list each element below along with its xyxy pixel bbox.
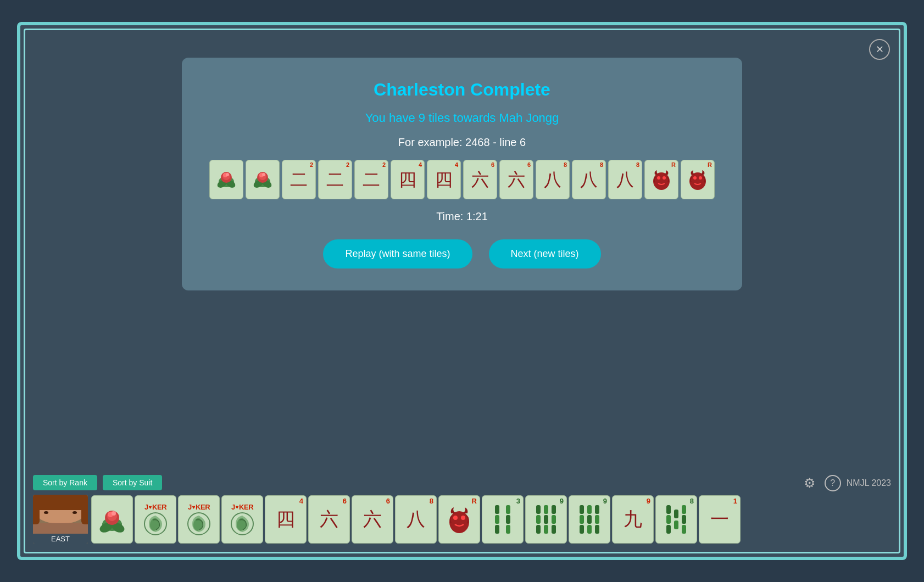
svg-rect-50 [595,505,599,514]
sort-by-suit-button[interactable]: Sort by Suit [103,475,162,490]
player-avatar: EAST [33,495,88,544]
svg-point-18 [693,176,697,180]
hand-tile-rose[interactable] [91,495,133,544]
hand-tile-bamboo-8[interactable]: 8 [655,495,697,544]
bottom-section: Sort by Rank Sort by Suit ⚙ ? NMJL 2023 [33,475,891,544]
svg-rect-35 [495,525,499,534]
svg-rect-54 [580,525,584,534]
subtitle-prefix: You have [365,111,419,125]
modal-subtitle: You have 9 tiles towards Mah Jongg [365,111,559,125]
svg-point-17 [689,172,706,190]
svg-rect-60 [682,515,686,524]
dragon-icon-2 [687,167,709,192]
sort-by-rank-button[interactable]: Sort by Rank [33,475,97,490]
svg-point-32 [461,516,465,520]
replay-button[interactable]: Replay (with same tiles) [323,239,472,268]
svg-rect-48 [580,505,584,514]
svg-rect-42 [536,515,541,524]
svg-rect-37 [506,515,510,524]
brand-label: NMJL 2023 [847,478,891,488]
hand-tile-8[interactable]: 8 八 [395,495,437,544]
rose-icon [215,166,237,193]
svg-rect-49 [587,505,592,514]
modal-tile-rose-2 [246,160,280,199]
modal-tile-dragon-2: R [681,160,715,199]
right-controls: ⚙ ? NMJL 2023 [804,475,891,491]
svg-rect-55 [587,525,592,534]
joker-swirl-icon-1 [143,511,168,536]
hand-tile-bamboo-9a[interactable]: 9 [525,495,567,544]
bamboo-9a-icon [534,503,558,536]
bamboo-9b-icon [577,503,602,536]
svg-rect-61 [666,525,671,534]
player-label: EAST [33,534,88,544]
svg-rect-64 [674,521,678,529]
svg-rect-43 [544,515,548,524]
hand-tile-4[interactable]: 4 四 [265,495,307,544]
next-button[interactable]: Next (new tiles) [489,239,601,268]
svg-rect-51 [580,515,584,524]
svg-rect-44 [552,515,556,524]
subtitle-suffix: towards Mah Jongg [450,111,559,125]
svg-rect-62 [682,525,686,534]
svg-point-30 [449,511,469,533]
modal-tile-6a: 6 六 [463,160,497,199]
svg-rect-41 [552,505,556,514]
bamboo-8-icon [664,503,688,536]
modal-buttons: Replay (with same tiles) Next (new tiles… [323,239,600,268]
hand-tiles: J♥KER [91,495,741,544]
close-button[interactable]: ✕ [869,39,890,60]
svg-point-31 [453,516,458,520]
hand-tile-6b[interactable]: 6 六 [352,495,393,544]
hand-tile-char-1[interactable]: 1 一 [699,495,741,544]
svg-point-15 [657,176,660,180]
hand-tile-joker-3[interactable]: J♥KER [221,495,263,544]
modal-example: For example: 2468 - line 6 [398,136,526,149]
hand-tile-dragon[interactable]: R [438,495,480,544]
svg-point-6 [226,173,229,176]
player-row: EAST [33,495,891,544]
hand-tile-bamboo-3[interactable]: 3 [482,495,524,544]
joker-swirl-icon-3 [230,511,255,536]
inner-border: ✕ Charleston Complete You have 9 tiles t… [24,29,900,553]
modal-tile-4b: 4 四 [427,160,461,199]
hand-dragon-icon [446,503,473,535]
modal-tile-8b: 8 八 [572,160,606,199]
modal-tile-8c: 8 八 [608,160,642,199]
modal-tiles-row: 2 二 2 二 2 二 4 四 4 四 [209,160,715,199]
bamboo-3-icon [491,503,515,536]
hand-tile-joker-2[interactable]: J♥KER [178,495,220,544]
svg-rect-59 [666,515,671,524]
modal-tile-2c: 2 二 [354,160,388,199]
settings-icon[interactable]: ⚙ [804,475,819,491]
svg-rect-39 [536,505,541,514]
modal-tile-8a: 8 八 [536,160,570,199]
modal-time: Time: 1:21 [436,210,488,223]
dragon-icon-1 [650,167,672,192]
svg-point-16 [663,176,666,180]
tile-count: 9 tiles [419,111,450,125]
hand-tile-bamboo-9b[interactable]: 9 [569,495,610,544]
outer-border: ✕ Charleston Complete You have 9 tiles t… [17,22,907,560]
svg-rect-34 [495,515,499,524]
svg-rect-63 [674,510,678,518]
svg-point-26 [112,511,116,516]
sort-row: Sort by Rank Sort by Suit ⚙ ? NMJL 2023 [33,475,891,490]
svg-rect-40 [544,505,548,514]
modal-tile-dragon-1: R [644,160,678,199]
svg-rect-38 [506,525,510,534]
svg-rect-52 [587,515,592,524]
svg-rect-47 [552,525,556,534]
hand-tile-joker-1[interactable]: J♥KER [135,495,176,544]
modal-tile-2b: 2 二 [318,160,352,199]
help-button[interactable]: ? [825,475,841,491]
svg-point-14 [653,172,670,190]
hand-tile-char-9[interactable]: 9 九 [612,495,654,544]
svg-rect-46 [544,525,548,534]
svg-rect-36 [506,505,510,514]
modal-tile-4a: 4 四 [391,160,425,199]
rose-icon-2 [252,166,274,193]
hand-tile-6a[interactable]: 6 六 [308,495,350,544]
modal-tile-2a: 2 二 [282,160,316,199]
svg-rect-45 [536,525,541,534]
